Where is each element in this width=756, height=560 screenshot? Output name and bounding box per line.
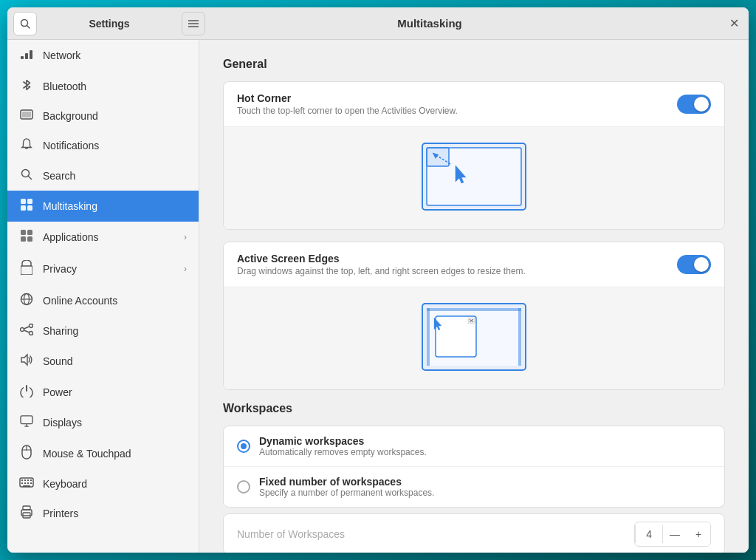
sidebar-label-printers: Printers [43, 508, 187, 519]
svg-rect-59 [518, 308, 521, 366]
svg-rect-44 [30, 482, 32, 484]
hot-corner-row: Hot Corner Touch the top-left corner to … [224, 82, 724, 127]
settings-window: Settings Multitasking ✕ [7, 7, 749, 553]
sidebar-label-online-accounts: Online Accounts [43, 295, 187, 307]
workspace-decrease-button[interactable]: — [663, 522, 687, 546]
fixed-workspaces-desc: Specify a number of permanent workspaces… [259, 488, 434, 498]
hot-corner-desc: Touch the top-left corner to open the Ac… [237, 106, 668, 116]
sidebar-item-sharing[interactable]: Sharing [7, 316, 199, 346]
svg-point-26 [30, 332, 33, 335]
dynamic-workspaces-radio[interactable] [237, 440, 250, 453]
page-title: Multitasking [205, 17, 654, 30]
hot-corner-svg [400, 140, 548, 214]
svg-marker-29 [21, 355, 27, 365]
workspace-controls: 4 — + [634, 522, 711, 547]
mouse-icon [19, 445, 34, 462]
sidebar-item-online-accounts[interactable]: Online Accounts [7, 285, 199, 316]
svg-rect-5 [21, 56, 24, 59]
sidebar-item-displays[interactable]: Displays [7, 408, 199, 437]
svg-rect-42 [24, 482, 26, 484]
sidebar-item-printers[interactable]: Printers [7, 498, 199, 529]
svg-rect-16 [21, 230, 26, 235]
online-accounts-icon [19, 293, 34, 309]
screen-edges-illustration [224, 287, 724, 389]
screen-edges-card: Active Screen Edges Drag windows against… [223, 242, 725, 390]
sidebar-item-privacy[interactable]: Privacy › [7, 253, 199, 285]
sidebar-label-bluetooth: Bluetooth [43, 81, 187, 92]
privacy-chevron: › [184, 264, 187, 274]
sidebar-item-multitasking[interactable]: Multitasking [7, 191, 199, 222]
sidebar-item-bluetooth[interactable]: Bluetooth [7, 71, 199, 102]
workspaces-section-title: Workspaces [223, 402, 725, 415]
sidebar-item-network[interactable]: Network [7, 40, 199, 71]
svg-line-11 [29, 177, 32, 180]
svg-rect-40 [30, 479, 32, 481]
bluetooth-icon [19, 78, 34, 95]
titlebar-right: ✕ [654, 15, 743, 33]
sidebar-label-power: Power [43, 386, 187, 398]
sidebar-item-notifications[interactable]: Notifications [7, 130, 199, 161]
svg-rect-58 [427, 308, 430, 366]
sidebar-item-background[interactable]: Background [7, 102, 199, 130]
hot-corner-illustration [224, 127, 724, 229]
network-icon [19, 47, 34, 64]
svg-rect-6 [25, 53, 28, 59]
close-button[interactable]: ✕ [725, 15, 743, 33]
svg-rect-30 [21, 416, 32, 424]
workspace-count: 4 [635, 525, 663, 543]
svg-line-28 [24, 330, 30, 332]
settings-title: Settings [41, 18, 177, 30]
menu-button[interactable] [182, 12, 205, 35]
hot-corner-toggle[interactable] [677, 95, 711, 114]
general-section-title: General [223, 58, 725, 71]
sidebar-label-background: Background [43, 110, 187, 122]
screen-edges-desc: Drag windows against the top, left, and … [237, 266, 668, 276]
applications-icon [19, 229, 34, 245]
sidebar-item-keyboard[interactable]: Keyboard [7, 470, 199, 498]
hot-corner-card: Hot Corner Touch the top-left corner to … [223, 81, 725, 230]
sidebar-item-applications[interactable]: Applications › [7, 222, 199, 253]
search-button[interactable] [13, 12, 37, 35]
screen-edges-toggle[interactable] [677, 255, 711, 274]
sidebar-label-applications: Applications [43, 231, 175, 243]
sidebar-item-sound[interactable]: Sound [7, 346, 199, 377]
svg-rect-20 [21, 266, 32, 275]
multitasking-icon [19, 198, 34, 214]
notifications-icon [19, 137, 34, 154]
svg-rect-43 [27, 482, 29, 484]
svg-line-27 [24, 327, 30, 329]
svg-point-24 [21, 328, 24, 332]
dynamic-workspaces-title: Dynamic workspaces [259, 435, 427, 447]
fixed-workspaces-radio[interactable] [237, 480, 250, 494]
svg-rect-9 [22, 112, 31, 117]
workspace-number-label: Number of Workspaces [237, 528, 634, 540]
dynamic-workspaces-row[interactable]: Dynamic workspaces Automatically removes… [224, 426, 724, 467]
screen-edges-title: Active Screen Edges [237, 253, 668, 264]
titlebar-left: Settings [13, 12, 205, 35]
search-sidebar-icon [19, 168, 34, 183]
svg-rect-19 [27, 236, 32, 242]
sidebar-item-power[interactable]: Power [7, 377, 199, 408]
svg-rect-17 [27, 230, 32, 235]
fixed-workspaces-row[interactable]: Fixed number of workspaces Specify a num… [224, 467, 724, 507]
svg-rect-18 [21, 236, 26, 242]
fixed-workspaces-title: Fixed number of workspaces [259, 476, 434, 488]
svg-rect-37 [21, 479, 23, 481]
sound-icon [19, 353, 34, 369]
svg-rect-15 [27, 205, 32, 211]
applications-chevron: › [184, 232, 187, 242]
sidebar-item-mouse-touchpad[interactable]: Mouse & Touchpad [7, 437, 199, 470]
workspace-increase-button[interactable]: + [687, 522, 710, 546]
sidebar: Network Bluetooth Backg [7, 40, 199, 553]
sidebar-item-search[interactable]: Search [7, 161, 199, 191]
main-panel: General Hot Corner Touch the top-left co… [199, 40, 749, 553]
svg-rect-39 [27, 479, 29, 481]
screen-edges-row: Active Screen Edges Drag windows against… [224, 242, 724, 287]
svg-rect-41 [21, 482, 23, 484]
svg-rect-38 [24, 479, 26, 481]
svg-rect-7 [30, 50, 32, 59]
sidebar-label-search: Search [43, 170, 187, 182]
printers-icon [19, 505, 34, 522]
background-icon [19, 109, 34, 123]
sidebar-label-sound: Sound [43, 355, 187, 367]
